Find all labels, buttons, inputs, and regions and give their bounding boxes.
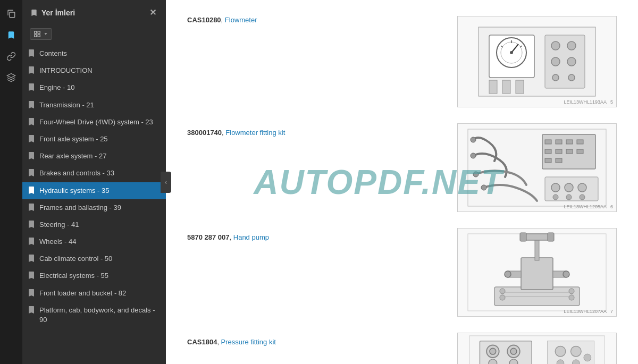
bookmark-label-front-axle: Front axle system - 25 bbox=[39, 134, 158, 144]
entry2-image-label: LEIL13WHL1205AA 6 bbox=[564, 204, 613, 209]
view-toggle-button[interactable] bbox=[30, 28, 52, 40]
pdf-page[interactable]: AUTOPDF.NET CAS10280, Flowmeter bbox=[166, 0, 638, 364]
bookmark-icon bbox=[28, 238, 35, 245]
bookmark-icon bbox=[28, 135, 35, 142]
bookmark-item-front-axle[interactable]: Front axle system - 25 bbox=[22, 131, 166, 148]
entry1-comma: , bbox=[221, 16, 225, 24]
bookmark-item-hydraulic[interactable]: Hydraulic systems - 35 bbox=[22, 182, 166, 199]
bookmark-nav-icon[interactable] bbox=[3, 27, 20, 44]
bookmark-item-rear-axle[interactable]: Rear axle system - 27 bbox=[22, 148, 166, 165]
svg-point-42 bbox=[553, 194, 558, 200]
bookmarks-list: Contents INTRODUCTION Engine - 10 Transm… bbox=[22, 43, 166, 364]
svg-point-15 bbox=[551, 57, 560, 66]
bookmark-icon bbox=[28, 83, 35, 91]
bookmark-item-platform[interactable]: Platform, cab, bodywork, and decals - 90 bbox=[22, 302, 166, 328]
bookmarks-panel: Yer İmleri ✕ Contents I bbox=[22, 0, 166, 364]
bookmark-icon bbox=[28, 66, 35, 74]
entry4-image bbox=[457, 333, 617, 364]
svg-point-59 bbox=[569, 295, 574, 300]
bookmark-item-front-loader[interactable]: Front loader and bucket - 82 bbox=[22, 285, 166, 302]
layers-icon[interactable] bbox=[3, 69, 20, 86]
entry2-partname: Flowmeter fitting kit bbox=[225, 129, 285, 137]
bookmark-item-contents[interactable]: Contents bbox=[22, 45, 166, 62]
entry1-text: CAS10280, Flowmeter bbox=[187, 16, 447, 24]
bookmark-label-contents: Contents bbox=[39, 49, 158, 58]
entry1-partname: Flowmeter bbox=[225, 16, 257, 24]
bookmarks-header: Yer İmleri ✕ bbox=[22, 0, 166, 25]
svg-point-16 bbox=[567, 57, 576, 66]
bookmark-header-icon bbox=[30, 9, 38, 17]
svg-point-37 bbox=[481, 185, 486, 190]
entry1-image: LEIL13WHL1193AA 5 bbox=[457, 16, 617, 107]
svg-point-11 bbox=[510, 51, 513, 54]
close-panel-button[interactable]: ✕ bbox=[147, 6, 158, 19]
bookmark-icon bbox=[28, 306, 35, 314]
svg-point-65 bbox=[490, 348, 496, 354]
flowmeter-diagram bbox=[463, 16, 611, 107]
svg-rect-29 bbox=[556, 149, 562, 154]
pdf-entry-3: 5870 287 007, Hand pump bbox=[187, 228, 617, 317]
bookmark-item-electrical[interactable]: Electrical systems - 55 bbox=[22, 267, 166, 284]
entry1-partnum: CAS10280 bbox=[187, 16, 221, 24]
pdf-entry-1: CAS10280, Flowmeter bbox=[187, 16, 617, 107]
svg-rect-20 bbox=[502, 80, 510, 94]
svg-rect-31 bbox=[577, 149, 583, 154]
svg-rect-33 bbox=[556, 158, 562, 163]
svg-point-34 bbox=[471, 137, 476, 142]
bookmark-icon bbox=[28, 101, 35, 108]
bookmark-item-introduction[interactable]: INTRODUCTION bbox=[22, 62, 166, 79]
collapse-handle[interactable]: ‹ bbox=[161, 172, 171, 193]
svg-point-72 bbox=[571, 346, 582, 357]
svg-point-75 bbox=[584, 354, 591, 361]
bookmark-item-transmission[interactable]: Transmission - 21 bbox=[22, 97, 166, 114]
bookmark-icon bbox=[28, 204, 35, 211]
svg-marker-1 bbox=[7, 74, 15, 78]
bookmark-item-steering[interactable]: Steering - 41 bbox=[22, 216, 166, 233]
svg-rect-30 bbox=[566, 149, 573, 154]
entry4-partinfo: CAS1804, Pressure fitting kit bbox=[187, 338, 447, 346]
copy-icon[interactable] bbox=[3, 5, 20, 22]
bookmark-label-front-loader: Front loader and bucket - 82 bbox=[39, 289, 158, 298]
entry3-partname: Hand pump bbox=[233, 233, 269, 241]
bookmark-label-four-wheel: Four-Wheel Drive (4WD) system - 23 bbox=[39, 117, 158, 127]
svg-point-40 bbox=[565, 183, 573, 192]
entry3-partnum: 5870 287 007 bbox=[187, 233, 230, 241]
bookmark-label-platform: Platform, cab, bodywork, and decals - 90 bbox=[39, 306, 158, 325]
bookmark-icon bbox=[28, 152, 35, 159]
svg-rect-19 bbox=[489, 80, 497, 94]
svg-point-39 bbox=[551, 183, 560, 192]
bookmark-item-wheels[interactable]: Wheels - 44 bbox=[22, 233, 166, 250]
svg-point-60 bbox=[500, 289, 505, 294]
svg-point-71 bbox=[555, 346, 566, 357]
bookmark-label-transmission: Transmission - 21 bbox=[39, 100, 158, 110]
grid-icon bbox=[33, 30, 41, 38]
svg-point-43 bbox=[566, 194, 572, 200]
svg-rect-50 bbox=[520, 233, 526, 241]
svg-point-67 bbox=[510, 348, 517, 354]
chevron-down-icon bbox=[43, 31, 48, 37]
bookmark-item-four-wheel[interactable]: Four-Wheel Drive (4WD) system - 23 bbox=[22, 114, 166, 131]
svg-rect-26 bbox=[566, 140, 573, 144]
bookmark-item-frames[interactable]: Frames and ballasting - 39 bbox=[22, 199, 166, 216]
entry2-partnum: 380001740 bbox=[187, 129, 222, 137]
svg-point-58 bbox=[500, 295, 505, 300]
main-content: AUTOPDF.NET CAS10280, Flowmeter bbox=[166, 0, 638, 364]
bookmark-item-brakes[interactable]: Brakes and controls - 33 bbox=[22, 165, 166, 182]
bookmark-icon bbox=[28, 118, 35, 125]
bookmark-label-hydraulic: Hydraulic systems - 35 bbox=[39, 186, 158, 196]
svg-point-41 bbox=[578, 183, 586, 192]
entry2-image: LEIL13WHL1205AA 6 bbox=[457, 123, 617, 212]
bookmark-item-engine[interactable]: Engine - 10 bbox=[22, 79, 166, 96]
entry4-partname: Pressure fitting kit bbox=[221, 338, 276, 346]
entry3-partinfo: 5870 287 007, Hand pump bbox=[187, 233, 447, 241]
bookmark-item-cab-climate[interactable]: Cab climate control - 50 bbox=[22, 250, 166, 267]
svg-rect-5 bbox=[38, 35, 40, 37]
entry3-image: LEIL13WHL1207AA 7 bbox=[457, 228, 617, 317]
entry3-text: 5870 287 007, Hand pump bbox=[187, 233, 447, 241]
bookmark-icon bbox=[28, 272, 35, 279]
svg-point-14 bbox=[567, 41, 576, 50]
link-icon[interactable] bbox=[3, 48, 20, 65]
bookmark-icon bbox=[28, 187, 35, 194]
entry4-partnum: CAS1804 bbox=[187, 338, 217, 346]
hoses-diagram bbox=[463, 124, 611, 211]
